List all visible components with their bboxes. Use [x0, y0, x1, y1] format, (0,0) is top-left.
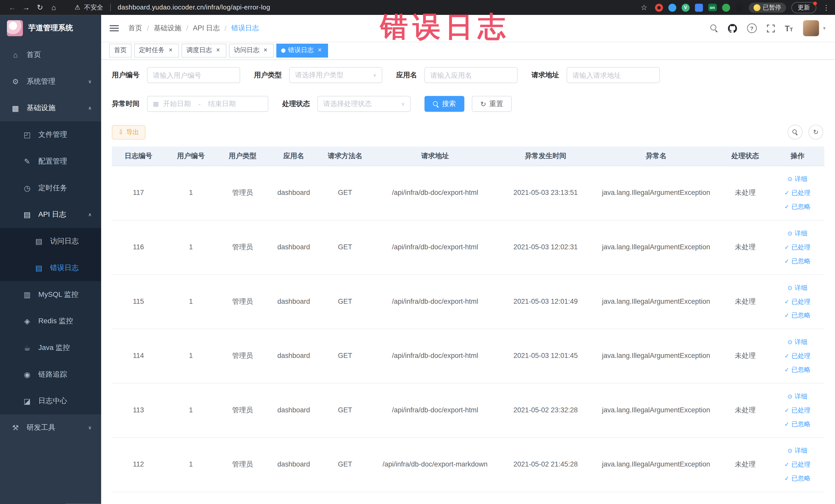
extension-leaf-icon[interactable]: [722, 3, 730, 11]
app-logo[interactable]: 芋道管理系统: [0, 15, 101, 42]
paused-badge[interactable]: 已暂停: [749, 2, 786, 12]
bookmark-star-icon[interactable]: ☆: [641, 3, 647, 12]
action-ignored-link[interactable]: ✓已忽略: [785, 309, 811, 322]
sidebar-item-scheduled-jobs[interactable]: ◷定时任务: [0, 175, 101, 201]
tab-error-log[interactable]: 错误日志×: [277, 43, 328, 57]
action-ignored-link[interactable]: ✓已忽略: [785, 472, 811, 485]
request-url-input[interactable]: [567, 67, 660, 83]
action-label: 详细: [795, 444, 808, 458]
sidebar-item-home[interactable]: ⌂首页: [0, 42, 101, 68]
tab-close-icon[interactable]: ×: [167, 47, 174, 54]
update-button[interactable]: 更新: [791, 2, 816, 13]
action-detail-link[interactable]: ⊙详细: [788, 444, 807, 458]
sidebar-item-config-management[interactable]: ✎配置管理: [0, 148, 101, 175]
action-ignored-link[interactable]: ✓已忽略: [785, 200, 811, 214]
refresh-table-button[interactable]: ↻: [808, 124, 823, 139]
action-ignored-link[interactable]: ✓已忽略: [785, 255, 811, 268]
sidebar-item-java-monitor[interactable]: ☕Java 监控: [0, 335, 101, 361]
cell-method: GET: [319, 275, 371, 329]
action-label: 已处理: [791, 186, 811, 200]
user-menu[interactable]: ▼: [803, 20, 827, 36]
cell-app: dashboard: [268, 221, 319, 275]
breadcrumb-item[interactable]: 基础设施: [154, 23, 182, 33]
content: 用户编号 用户类型 请选择用户类型 ∨ 应用名: [101, 60, 835, 504]
action-detail-link[interactable]: ⊙详细: [788, 281, 807, 295]
browser-menu-icon[interactable]: ⋮: [823, 3, 830, 11]
search-button[interactable]: 搜索: [424, 96, 464, 112]
help-icon[interactable]: ?: [747, 23, 756, 33]
sidebar-item-infrastructure[interactable]: ▦基础设施∧: [0, 95, 101, 121]
sidebar-item-label: 配置管理: [38, 157, 67, 166]
tab-home[interactable]: 首页: [109, 43, 131, 57]
screen: ← → ↻ ⌂ ⚠ 不安全 dashboard.yudao.iocoder.cn…: [0, 0, 835, 504]
action-processed-link[interactable]: ✓已处理: [785, 295, 811, 308]
breadcrumb-item[interactable]: API 日志: [193, 23, 220, 33]
home-icon[interactable]: ⌂: [47, 3, 61, 12]
sidebar-item-error-log[interactable]: ▤错误日志: [0, 255, 101, 281]
chevron-down-icon: ∨: [88, 79, 91, 84]
sidebar-item-api-log[interactable]: ▤API 日志∧: [0, 201, 101, 228]
sidebar-item-file-management[interactable]: ◰文件管理: [0, 121, 101, 148]
extension-drop-icon[interactable]: [668, 3, 676, 11]
breadcrumb-item[interactable]: 错误日志: [231, 23, 259, 33]
address-bar[interactable]: ⚠ 不安全 dashboard.yudao.iocoder.cn/infra/l…: [75, 3, 270, 12]
toggle-search-button[interactable]: [788, 124, 802, 139]
action-detail-link[interactable]: ⊙详细: [788, 173, 807, 186]
breadcrumb-item[interactable]: 首页: [128, 23, 142, 33]
sidebar-item-dev-tools[interactable]: ⚒研发工具∨: [0, 415, 101, 441]
sidebar-item-label: 链路追踪: [38, 370, 67, 379]
extension-grid-icon[interactable]: [695, 3, 703, 11]
action-detail-link[interactable]: ⊙详细: [788, 227, 807, 240]
tab-access-log[interactable]: 访问日志×: [229, 43, 273, 57]
action-detail-link[interactable]: ⊙详细: [788, 336, 807, 349]
action-detail-link[interactable]: ⊙详细: [788, 390, 807, 403]
hamburger-icon[interactable]: [109, 25, 119, 32]
tab-close-icon[interactable]: ×: [316, 47, 323, 54]
url-text[interactable]: dashboard.yudao.iocoder.cn/infra/log/api…: [118, 4, 270, 11]
action-label: 已处理: [791, 458, 811, 471]
font-size-icon[interactable]: TT: [785, 24, 793, 33]
process-status-select[interactable]: 请选择处理状态 ∨: [317, 96, 410, 112]
fullscreen-icon[interactable]: [767, 24, 775, 32]
app-name-input[interactable]: [424, 67, 517, 83]
column-header: 异常发生时间: [499, 147, 592, 166]
action-processed-link[interactable]: ✓已处理: [785, 241, 811, 254]
vue-devtools-icon[interactable]: V: [681, 3, 690, 11]
tab-job-log[interactable]: 调度日志×: [182, 43, 226, 57]
tab-scheduled-jobs[interactable]: 定时任务×: [134, 43, 179, 57]
tab-close-icon[interactable]: ×: [262, 47, 269, 54]
action-ignored-link[interactable]: ✓已忽略: [785, 418, 811, 431]
refresh-icon[interactable]: ↻: [33, 3, 47, 12]
cell-method: GET: [319, 329, 371, 383]
date-range-input[interactable]: ▦ 开始日期 - 结束日期: [147, 96, 268, 112]
user-id-input[interactable]: [147, 67, 240, 83]
cell-exception: java.lang.IllegalArgumentException: [592, 275, 720, 329]
action-ignored-link[interactable]: ✓已忽略: [785, 363, 811, 377]
check-icon: ✓: [785, 404, 789, 417]
action-processed-link[interactable]: ✓已处理: [785, 404, 811, 417]
github-icon[interactable]: [728, 24, 737, 33]
reset-button[interactable]: ↻ 重置: [472, 96, 512, 112]
user-type-select[interactable]: 请选择用户类型 ∨: [289, 67, 383, 83]
tab-label: 访问日志: [234, 46, 260, 55]
export-button[interactable]: ⇩ 导出: [112, 125, 145, 139]
sidebar-item-access-log[interactable]: ▤访问日志: [0, 228, 101, 255]
sidebar-item-log-center[interactable]: ◪日志中心: [0, 388, 101, 415]
extension-ring-icon[interactable]: [655, 3, 663, 11]
cell-time: 2021-05-03 23:13:51: [499, 166, 592, 220]
extension-on-badge[interactable]: on: [708, 4, 717, 11]
sidebar-item-redis-monitor[interactable]: ◈Redis 监控: [0, 308, 101, 335]
tab-close-icon[interactable]: ×: [215, 47, 222, 54]
extension-dark-icon[interactable]: [735, 3, 743, 11]
search-icon[interactable]: [710, 24, 718, 32]
action-processed-link[interactable]: ✓已处理: [785, 458, 811, 471]
sidebar-item-trace[interactable]: ◉链路追踪: [0, 361, 101, 388]
action-processed-link[interactable]: ✓已处理: [785, 349, 811, 363]
sidebar-item-system-management[interactable]: ⚙系统管理∨: [0, 68, 101, 95]
forward-icon[interactable]: →: [19, 3, 33, 12]
column-header: 请求方法名: [319, 147, 371, 166]
action-label: 详细: [795, 336, 808, 349]
back-icon[interactable]: ←: [5, 3, 19, 12]
sidebar-item-mysql-monitor[interactable]: ▥MySQL 监控: [0, 281, 101, 308]
action-processed-link[interactable]: ✓已处理: [785, 186, 811, 200]
